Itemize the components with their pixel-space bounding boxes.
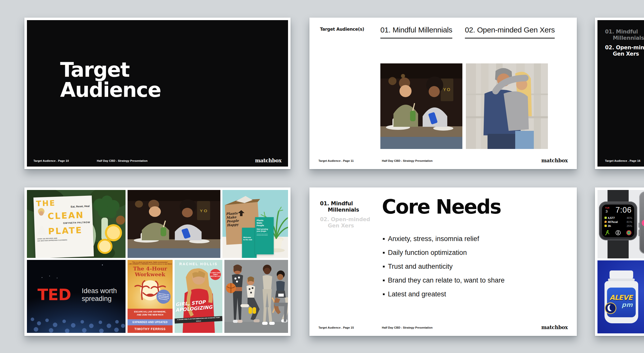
matchbox-logo: matchbox bbox=[255, 158, 281, 164]
footer-page-label: Target Audience . Page 11 bbox=[318, 159, 354, 163]
activewear-group-illustration bbox=[224, 260, 288, 333]
ted-stage-background: TED Ideas worth spreading bbox=[27, 260, 126, 333]
ted-tagline: Ideas worth spreading bbox=[82, 287, 117, 303]
slide-card-title[interactable]: Target Audience Target Audience . Page 1… bbox=[24, 18, 291, 169]
collage-cell-plant-box: Plants Make People Happy Welcome to the … bbox=[222, 190, 288, 258]
index-item-line: Millennials bbox=[605, 35, 644, 41]
couple-scene-illustration bbox=[466, 63, 548, 149]
bullet-item: Anxiety, stress, insomnia relief bbox=[388, 235, 505, 243]
core-needs-bullet-list: Anxiety, stress, insomnia relief Daily f… bbox=[388, 235, 505, 304]
aleve-label: ALEVE pm bbox=[607, 288, 636, 317]
slide-card-products[interactable]: TUE 3 7:06 4,577 46% 407kcal 81% 3h 25% bbox=[595, 187, 644, 336]
index-item-line: 01. Mindful bbox=[605, 29, 638, 35]
slide-footer: Target Audience . Page 11 Half Day CBD -… bbox=[318, 157, 568, 163]
heading-open-minded-gen-xers: 02. Open-minded Gen Xers bbox=[465, 26, 555, 38]
book-word-plate: PLATE bbox=[48, 225, 91, 236]
runner-icon bbox=[605, 230, 610, 236]
aleve-bottle-body: ALEVE pm bbox=[605, 281, 638, 323]
collage-grid: THE Eat, Reset, Heal CLEAN GWYNETH PALTR… bbox=[27, 190, 288, 333]
bullet-item: Latest and greatest bbox=[388, 290, 505, 298]
heading-mindful-millennials: 01. Mindful Millennials bbox=[380, 26, 452, 38]
slide-footer: Target Audience . Page 15 Half Day CBD -… bbox=[318, 324, 568, 330]
svg-text:Y O: Y O bbox=[443, 88, 450, 92]
cover-band-author: TIMOTHY FERRISS bbox=[128, 325, 173, 333]
cover-blurb: "This is a whole new ball game. Highly r… bbox=[128, 260, 173, 265]
slide-card-index[interactable]: 01. Mindful Millennials 02. Open-minded … bbox=[595, 18, 644, 169]
footer-page-label: Target Audience . Page 16 bbox=[605, 159, 640, 163]
photo-genx-couple bbox=[466, 63, 548, 149]
footer-page-label: Target Audience . Page 15 bbox=[318, 326, 354, 329]
watch-stat-stand: 3h 25% bbox=[605, 224, 632, 228]
watch-day-label: TUE bbox=[605, 207, 610, 209]
title-line-2: Audience bbox=[60, 80, 161, 100]
photo-millennials-cafe: Y O bbox=[380, 63, 462, 149]
slide-index-black: 01. Mindful Millennials 02. Open-minded … bbox=[597, 20, 644, 167]
sidebar-item-line: 01. Mindful bbox=[320, 201, 353, 207]
aleve-bottle-cap bbox=[610, 270, 633, 279]
gsa-book-cover: RACHEL HOLLIS #1 NEW YORK TIMES BESTSELL… bbox=[175, 260, 222, 333]
slide-kicker-label: Target Audience(s) bbox=[320, 27, 364, 32]
gsa-author-name: RACHEL HOLLIS bbox=[175, 262, 222, 266]
book-title: The 4-Hour Workweek bbox=[128, 266, 173, 277]
product-cell-aleve: ALEVE pm ALEVE bbox=[597, 260, 644, 333]
index-item-mindful-millennials: 01. Mindful Millennials bbox=[605, 29, 644, 41]
slide-footer: Target Audience . Page 16 bbox=[605, 157, 644, 163]
smartwatch-screen: TUE 3 7:06 4,577 46% 407kcal 81% 3h 25% bbox=[602, 205, 634, 237]
aleve-brand-text: ALEVE bbox=[610, 294, 632, 301]
watch-time: 7:06 bbox=[616, 206, 632, 215]
matchbox-logo: matchbox bbox=[541, 324, 568, 330]
svg-text:Y O: Y O bbox=[200, 209, 207, 213]
collage-cell-smoothie-friends: Y O bbox=[128, 190, 220, 258]
pink-complication-dot bbox=[642, 220, 644, 226]
watch-date-label: 3 bbox=[606, 209, 608, 213]
bullet-item: Brand they can relate to, want to share bbox=[388, 276, 505, 285]
index-item-open-minded-gen-xers: 02. Open-minded Gen Xers bbox=[605, 45, 644, 57]
footer-page-label: Target Audience . Page 10 bbox=[33, 159, 69, 163]
welcome-card: Welcome to the club bbox=[242, 228, 257, 258]
slide-products: TUE 3 7:06 4,577 46% 407kcal 81% 3h 25% bbox=[597, 190, 644, 333]
steps-icon bbox=[605, 217, 607, 219]
second-watch-edge bbox=[639, 191, 644, 254]
cafe-scene-illustration: Y O bbox=[380, 63, 462, 149]
ted-logo: TED bbox=[37, 287, 71, 303]
footer-deck-label: Half Day CBD - Strategy Presentation bbox=[382, 159, 433, 163]
slide-footer: Target Audience . Page 10 Half Day CBD -… bbox=[33, 157, 281, 163]
collage-cell-clean-plate: THE Eat, Reset, Heal CLEAN GWYNETH PALTR… bbox=[27, 190, 126, 258]
sidebar-item-line: Millennials bbox=[320, 207, 370, 213]
collage-cell-4hww-book: "This is a whole new ball game. Highly r… bbox=[128, 260, 173, 333]
grow-card: Plants Make People Start growing your ju… bbox=[255, 217, 274, 254]
cover-band-expanded: EXPANDED AND UPDATED bbox=[128, 319, 173, 325]
footer-deck-label: Half Day CBD - Strategy Presentation bbox=[97, 159, 148, 163]
cover-band-escape: ESCAPE 9-5, LIVE ANYWHERE, AND JOIN THE … bbox=[128, 309, 173, 319]
bullet-item: Trust and authenticity bbox=[388, 262, 505, 271]
aleve-bottle-lip bbox=[608, 279, 635, 281]
footer-deck-label: Half Day CBD - Strategy Presentation bbox=[382, 326, 433, 329]
sidebar-item-line: 02. Open-minded bbox=[320, 216, 370, 222]
gsa-bestseller-badge: #1 NEW YORK TIMES BESTSELLER bbox=[210, 269, 221, 280]
fourhww-book-cover: "This is a whole new ball game. Highly r… bbox=[128, 260, 173, 333]
bullet-item: Daily function optimization bbox=[388, 249, 505, 257]
flame-icon bbox=[605, 221, 607, 223]
cafe-scene-illustration: Y O bbox=[128, 190, 220, 258]
watch-stat-steps: 4,577 46% bbox=[605, 216, 632, 220]
watch-stat-calories: 407kcal 81% bbox=[605, 220, 632, 224]
book-word-the: THE bbox=[36, 199, 56, 208]
sidebar-item-mindful-millennials: 01. Mindful Millennials bbox=[320, 201, 370, 213]
page-canvas: { "footer": { "center": "Half Day CBD - … bbox=[0, 0, 644, 353]
smartwatch-body: TUE 3 7:06 4,577 46% 407kcal 81% 3h 25% bbox=[599, 202, 637, 240]
title-line-1: Target bbox=[60, 60, 161, 80]
slide-card-core-needs[interactable]: 01. Mindful Millennials 02. Open-minded … bbox=[309, 187, 577, 336]
activity-rings-icon bbox=[626, 230, 632, 236]
slide-main-title: Target Audience bbox=[60, 60, 161, 100]
book-tagline: Eat, Reset, Heal bbox=[71, 205, 90, 208]
slide-card-collage[interactable]: THE Eat, Reset, Heal CLEAN GWYNETH PALTR… bbox=[24, 187, 291, 336]
product-cell-smartwatch: TUE 3 7:06 4,577 46% 407kcal 81% 3h 25% bbox=[597, 190, 644, 258]
aleve-pm-text: pm bbox=[622, 302, 633, 308]
sidebar-item-open-minded-gen-xers: 02. Open-minded Gen Xers bbox=[320, 216, 370, 229]
box-printed-slogan: Plants Make People Happy bbox=[226, 211, 239, 227]
index-item-line: 02. Open-minded bbox=[605, 45, 644, 51]
clean-plate-book-cover: THE Eat, Reset, Heal CLEAN GWYNETH PALTR… bbox=[33, 195, 94, 258]
stand-icon bbox=[605, 225, 607, 227]
slide-card-audiences[interactable]: Target Audience(s) 01. Mindful Millennia… bbox=[309, 18, 577, 169]
collage-cell-ted: TED Ideas worth spreading bbox=[27, 260, 126, 333]
